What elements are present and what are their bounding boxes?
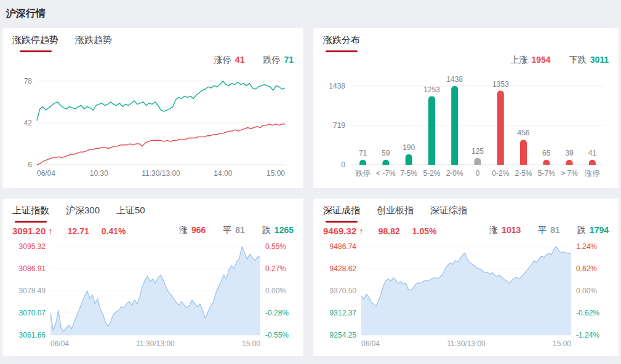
tab-label: 上证50 bbox=[116, 205, 145, 215]
svg-text:15:00: 15:00 bbox=[266, 169, 285, 178]
limit-down-value: 71 bbox=[284, 55, 294, 65]
svg-text:-0.28%: -0.28% bbox=[265, 309, 289, 317]
panel-sz-index: 深证成指 创业板指 深证综指 9469.32↑ 98.82 1.05% bbox=[313, 199, 619, 356]
svg-text:11:30/13:00: 11:30/13:00 bbox=[142, 169, 180, 178]
svg-text:1253: 1253 bbox=[423, 85, 440, 94]
decliners-value: 3011 bbox=[590, 55, 609, 65]
svg-text:0.55%: 0.55% bbox=[265, 242, 286, 251]
tab-szse-component[interactable]: 深证成指 bbox=[323, 205, 360, 223]
down-count-label: 跌 bbox=[262, 225, 271, 235]
decliners-legend-item: 下跌 3011 bbox=[569, 55, 609, 66]
tab-label: 深证成指 bbox=[323, 205, 360, 215]
svg-text:65: 65 bbox=[542, 149, 551, 157]
sh-index-change: 12.71 bbox=[68, 226, 89, 236]
svg-text:-1.24%: -1.24% bbox=[576, 331, 599, 339]
market-dashboard: 沪深行情 涨跌停趋势 涨跌趋势 涨停 41 跌停 71 bbox=[0, 0, 621, 356]
svg-text:-0.55%: -0.55% bbox=[265, 331, 289, 339]
limit-up-label: 涨停 bbox=[214, 55, 231, 66]
flat-count-stat: 平81 bbox=[223, 225, 245, 236]
tab-sse50[interactable]: 上证50 bbox=[116, 205, 145, 223]
sh-index-area-chart: 3095.320.55%3086.910.27%3078.490.00%3070… bbox=[12, 239, 294, 351]
flat-count-label: 平 bbox=[223, 225, 231, 235]
tab-csi300[interactable]: 沪深300 bbox=[66, 205, 100, 223]
distribution-header: 涨跌分布 bbox=[323, 34, 609, 53]
panel-sh-index: 上证指数 沪深300 上证50 3091.20↑ 12.71 0.41% bbox=[2, 199, 303, 356]
svg-text:7-5%: 7-5% bbox=[400, 169, 417, 178]
limit-trend-tabs: 涨跌停趋势 涨跌趋势 bbox=[12, 34, 294, 53]
tab-sse-index[interactable]: 上证指数 bbox=[12, 205, 49, 223]
svg-text:190: 190 bbox=[403, 143, 415, 152]
svg-text:0.27%: 0.27% bbox=[265, 264, 286, 273]
limit-trend-legend: 涨停 41 跌停 71 bbox=[12, 53, 294, 68]
svg-text:1438: 1438 bbox=[446, 75, 463, 84]
advancers-legend-item: 上涨 1954 bbox=[510, 55, 550, 66]
svg-text:06/04: 06/04 bbox=[37, 169, 55, 178]
price-value: 3091.20 bbox=[12, 226, 46, 236]
limit-trend-line-chart: 6427806/0410:3011:30/13:0014:0015:00 bbox=[12, 69, 294, 182]
down-count-label: 跌 bbox=[577, 225, 586, 235]
sz-index-area-chart: 9486.741.24%9428.620.62%9370.500.00%9312… bbox=[323, 239, 604, 351]
svg-text:9428.62: 9428.62 bbox=[330, 264, 357, 273]
tab-updown-trend[interactable]: 涨跌趋势 bbox=[75, 34, 112, 53]
svg-text:14:00: 14:00 bbox=[214, 169, 232, 178]
advancers-label: 上涨 bbox=[510, 55, 527, 66]
tab-szse-composite[interactable]: 深证综指 bbox=[430, 205, 467, 223]
up-count-label: 涨 bbox=[179, 225, 188, 235]
svg-text:456: 456 bbox=[517, 129, 529, 137]
svg-text:< -7%: < -7% bbox=[376, 169, 396, 178]
sh-index-price: 3091.20↑ bbox=[12, 226, 53, 236]
limit-up-value: 41 bbox=[235, 55, 245, 65]
distribution-title: 涨跌分布 bbox=[323, 34, 360, 53]
distribution-legend: 上涨 1954 下跌 3011 bbox=[323, 53, 609, 68]
sz-index-quote: 9469.32↑ 98.82 1.05% bbox=[323, 226, 436, 236]
svg-text:0: 0 bbox=[341, 160, 345, 169]
sz-index-price: 9469.32↑ bbox=[323, 226, 364, 236]
svg-text:0-2%: 0-2% bbox=[492, 169, 509, 178]
svg-text:11:30/13:00: 11:30/13:00 bbox=[136, 339, 175, 348]
svg-text:9370.50: 9370.50 bbox=[330, 287, 357, 295]
up-count-label: 涨 bbox=[489, 225, 498, 235]
down-count-stat: 跌1265 bbox=[262, 225, 294, 236]
tab-label: 沪深300 bbox=[66, 205, 100, 215]
limit-up-legend-item: 涨停 41 bbox=[214, 55, 245, 66]
svg-text:> 7%: > 7% bbox=[561, 169, 578, 178]
svg-text:0: 0 bbox=[476, 169, 480, 178]
sh-index-pct: 0.41% bbox=[102, 226, 126, 236]
svg-text:59: 59 bbox=[382, 149, 390, 157]
sz-index-quote-row: 9469.32↑ 98.82 1.05% 涨1013 平81 跌1794 bbox=[323, 223, 609, 238]
tab-chinext[interactable]: 创业板指 bbox=[377, 205, 414, 223]
page-title: 沪深行情 bbox=[6, 7, 619, 20]
svg-text:1.24%: 1.24% bbox=[576, 242, 597, 251]
sh-index-quote: 3091.20↑ 12.71 0.41% bbox=[12, 226, 126, 236]
sz-index-stats: 涨1013 平81 跌1794 bbox=[472, 225, 609, 236]
down-count-value: 1265 bbox=[274, 225, 294, 235]
svg-text:9312.37: 9312.37 bbox=[330, 309, 357, 317]
tab-limit-updown-trend[interactable]: 涨跌停趋势 bbox=[12, 34, 58, 53]
svg-text:3078.49: 3078.49 bbox=[19, 287, 46, 295]
flat-count-label: 平 bbox=[538, 225, 547, 235]
sz-index-tabs: 深证成指 创业板指 深证综指 bbox=[323, 205, 609, 223]
tab-label: 上证指数 bbox=[12, 205, 49, 215]
svg-text:06/04: 06/04 bbox=[361, 339, 380, 348]
advancers-value: 1954 bbox=[531, 55, 550, 65]
tab-label: 创业板指 bbox=[377, 205, 414, 215]
panel-grid: 涨跌停趋势 涨跌趋势 涨停 41 跌停 71 6427806/0410:3011… bbox=[2, 28, 619, 356]
distribution-bar-chart: 0719143871跌停59< -7%1907-5%12535-2%14382-… bbox=[323, 69, 609, 182]
decliners-label: 下跌 bbox=[569, 55, 587, 66]
panel-distribution: 涨跌分布 上涨 1954 下跌 3011 0719143871跌停59< -7%… bbox=[313, 28, 619, 188]
svg-text:-0.62%: -0.62% bbox=[576, 309, 599, 317]
down-count-value: 1794 bbox=[590, 225, 609, 235]
svg-text:涨停: 涨停 bbox=[584, 169, 599, 178]
svg-text:2-0%: 2-0% bbox=[446, 169, 463, 178]
sz-index-change: 98.82 bbox=[379, 226, 400, 236]
svg-text:78: 78 bbox=[24, 77, 33, 85]
up-count-value: 966 bbox=[191, 225, 206, 235]
svg-text:15:00: 15:00 bbox=[553, 339, 571, 348]
svg-text:719: 719 bbox=[333, 121, 345, 130]
svg-text:3061.66: 3061.66 bbox=[19, 331, 46, 339]
svg-text:6: 6 bbox=[28, 160, 32, 169]
flat-count-value: 81 bbox=[550, 225, 560, 235]
svg-text:3086.91: 3086.91 bbox=[19, 264, 46, 273]
up-count-stat: 涨966 bbox=[179, 225, 206, 236]
flat-count-value: 81 bbox=[235, 225, 245, 235]
